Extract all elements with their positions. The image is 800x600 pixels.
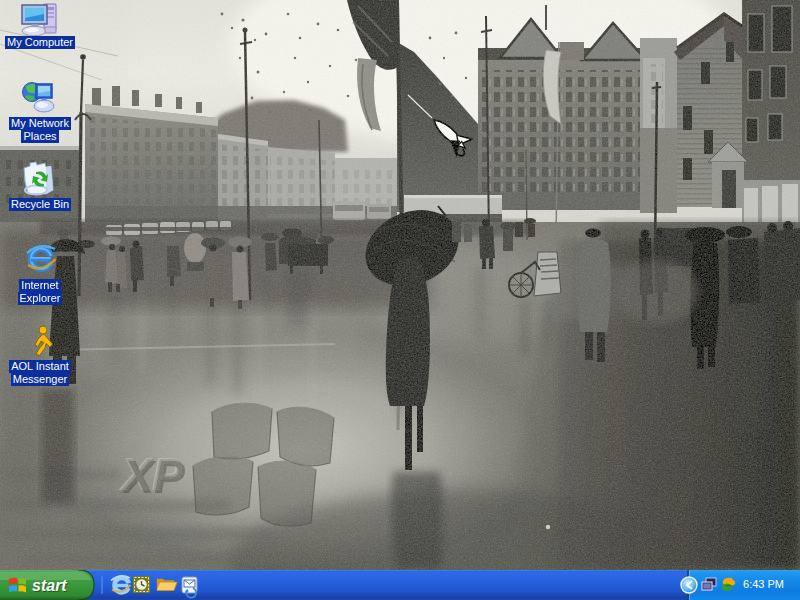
svg-text:start: start bbox=[32, 577, 67, 594]
